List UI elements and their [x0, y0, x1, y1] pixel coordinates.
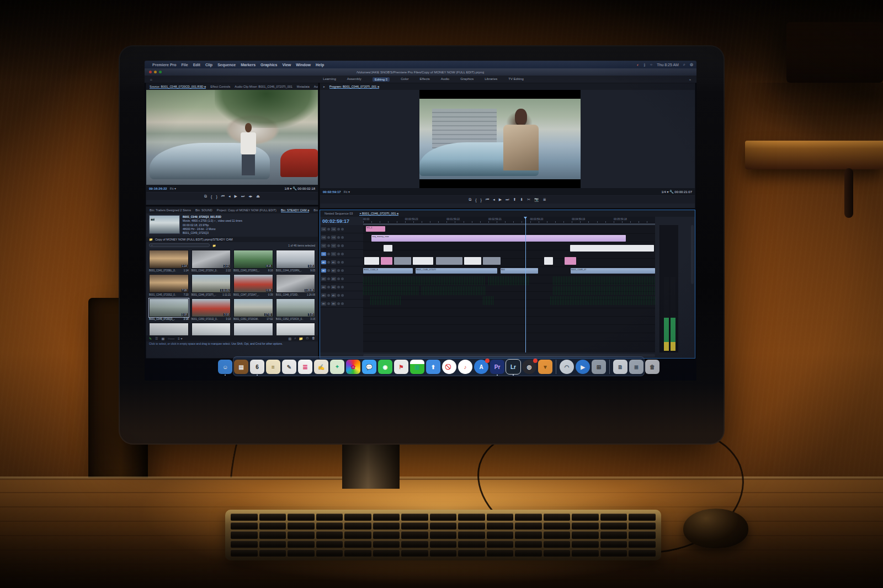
lock-toggle[interactable] [327, 253, 330, 255]
project-item-b001c0440720rn[interactable]: 9:05B001_C044_0720RN_..9:05 [276, 250, 316, 272]
solo-toggle[interactable] [341, 286, 344, 288]
program-transport-button-7[interactable]: ⬆ [513, 197, 516, 202]
mute-toggle[interactable] [337, 286, 340, 288]
dock-icon-document-stack[interactable]: 🗎 [613, 360, 627, 374]
source-assign-a4[interactable]: A4 [321, 285, 326, 289]
project-item-b001c0460720ti[interactable]: 1:11:21B001_C046_0720TI_..1:11:21 [192, 274, 231, 296]
program-transport-button-4[interactable]: ◂ [493, 197, 495, 202]
lock-toggle[interactable] [327, 236, 330, 239]
solo-toggle[interactable] [341, 253, 344, 255]
source-assign-a6[interactable]: A6 [321, 302, 326, 306]
source-assign-a2[interactable]: A2 [321, 269, 326, 272]
menu-item-clip[interactable]: Clip [205, 63, 212, 67]
workspace-tab-audio[interactable]: Audio [441, 77, 449, 82]
clip-thumbnail[interactable] [149, 323, 189, 335]
solo-toggle[interactable] [341, 236, 344, 239]
menu-item-window[interactable]: Window [296, 63, 311, 67]
clip-thumbnail[interactable]: 1:11:21 [192, 274, 231, 293]
project-tab-bin-sound[interactable]: Bin: SOUND [195, 209, 212, 212]
project-item[interactable] [233, 323, 273, 335]
menu-item-markers[interactable]: Markers [241, 63, 256, 67]
zoom-slider[interactable]: ○── [168, 337, 174, 340]
timeline-clip[interactable] [553, 276, 655, 285]
wifi-icon[interactable]: ⌔ [650, 62, 652, 67]
source-transport-button-7[interactable]: ◂▸ [248, 194, 252, 199]
trash-icon[interactable]: 🗑 [312, 336, 315, 340]
timeline-clip[interactable] [364, 257, 379, 265]
dock-icon-trash[interactable]: 🗑 [645, 360, 659, 374]
dock-icon-premiere-pro[interactable]: Pr [490, 360, 504, 374]
mute-toggle[interactable] [337, 236, 340, 239]
lock-toggle[interactable] [327, 261, 330, 264]
clip-thumbnail[interactable]: 2:22 [192, 250, 231, 269]
timeline-clip[interactable] [565, 257, 576, 265]
source-transport-button-5[interactable]: ▶ [235, 194, 237, 199]
lock-toggle[interactable] [327, 228, 330, 231]
track-header-v2[interactable]: V2V2 [320, 242, 363, 250]
clip-thumbnail[interactable]: 3:10 [192, 298, 231, 317]
minimize-window-button[interactable] [154, 71, 157, 73]
program-transport-button-3[interactable]: ⏮ [486, 197, 489, 202]
program-transport-button-2[interactable]: } [481, 198, 482, 202]
program-transport-button-10[interactable]: 📷 [534, 197, 539, 202]
solo-toggle[interactable] [341, 302, 344, 305]
dock-icon-player-app[interactable]: ▶ [576, 360, 590, 374]
solo-toggle[interactable] [341, 294, 344, 297]
project-item-b001c0490720q3[interactable]: 2:18B001_C049_0720Q3_..2:18 [149, 298, 189, 320]
track-target-a3[interactable]: A3 [331, 277, 336, 281]
source-transport-button-3[interactable]: ⏮ [221, 194, 225, 199]
mute-toggle[interactable] [337, 277, 340, 280]
clip-thumbnail[interactable]: 8:16 [233, 250, 273, 269]
sort-icon[interactable]: ≡ ▾ [178, 336, 182, 340]
dock-icon-lightroom[interactable]: Lr [506, 360, 520, 374]
project-item[interactable] [149, 323, 189, 335]
timeline-clip-b001-c044-s[interactable]: B001_C044_S [363, 268, 413, 274]
source-transport-button-1[interactable]: { [211, 195, 212, 199]
menu-item-premiere-pro[interactable]: Premiere Pro [152, 63, 177, 67]
settings-wrench-icon[interactable]: 🔧 [669, 190, 674, 194]
track-header-a2[interactable]: A2A2 [320, 266, 363, 275]
timeline-clip[interactable] [483, 296, 494, 305]
settings-wrench-icon[interactable]: 🔧 [292, 187, 297, 190]
timeline-vertical-scrollbar[interactable] [691, 225, 694, 284]
timeline-clip[interactable] [363, 276, 486, 285]
program-transport-button-8[interactable]: ⬇ [520, 197, 523, 202]
workspace-tab-effects[interactable]: Effects [420, 77, 430, 82]
timeline-clip[interactable] [422, 286, 486, 295]
home-icon[interactable]: ⌂ [150, 78, 152, 81]
timeline-ruler[interactable]: 00:0000:00:59:2300:01:59:2200:02:59:2100… [363, 217, 655, 223]
list-view-icon[interactable]: ☰ [155, 336, 158, 340]
clip-thumbnail[interactable]: 1:26:06 [276, 274, 316, 293]
program-zoom-dropdown[interactable]: 1/4 ▾ [661, 190, 668, 194]
source-assign-v4[interactable]: V4 [321, 227, 326, 231]
timeline-clip-b00[interactable]: B00 [501, 268, 539, 274]
track-target-v3[interactable]: V3 [331, 236, 336, 239]
program-timecode[interactable]: 00:02:59:17 [323, 190, 341, 194]
track-header-a4[interactable]: A4A4 [320, 283, 363, 291]
mute-toggle[interactable] [337, 302, 340, 305]
dock-icon-launchpad-bag[interactable]: ▤ [234, 360, 248, 374]
find-icon[interactable]: ⌕ [294, 336, 296, 340]
dock-icon-notes[interactable]: ≡ [266, 360, 280, 374]
dock-icon-music[interactable]: ♪ [458, 360, 472, 374]
source-assign-v2[interactable]: V2 [321, 244, 326, 248]
panel-menu-icon[interactable]: ▸ [323, 85, 325, 88]
program-transport-button-1[interactable]: { [475, 198, 476, 202]
project-item[interactable] [192, 323, 231, 335]
lock-toggle[interactable] [327, 294, 330, 297]
mute-toggle[interactable] [337, 294, 340, 297]
dock-icon-messages[interactable]: 💬 [362, 360, 376, 374]
lock-toggle[interactable] [327, 277, 330, 280]
source-transport-button-2[interactable]: } [216, 195, 217, 199]
dock-icon-finder[interactable]: ☺ [218, 360, 232, 374]
dock-icon-reminders[interactable]: ☰ [298, 360, 312, 374]
workspace-overflow-button[interactable]: » [689, 78, 691, 81]
source-transport-button-0[interactable]: ⧉ [204, 194, 207, 199]
dock-icon-media-app[interactable]: ◠ [560, 360, 574, 374]
project-tab-bin-[interactable]: Bin: [313, 209, 318, 212]
track-target-a1[interactable]: A1 [331, 260, 336, 264]
timeline-clip-b001-c046-0720ti[interactable]: B001_C046_0720TI [416, 268, 497, 274]
lock-toggle[interactable] [327, 244, 330, 247]
source-assign-v1[interactable]: V1 [321, 252, 326, 256]
track-area[interactable]: VO_1seq_money_nowB001_C044_SB001_C046_07… [363, 225, 655, 352]
